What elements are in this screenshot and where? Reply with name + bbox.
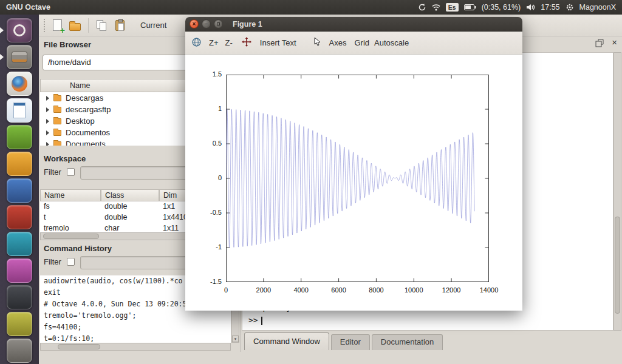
file-drawer-icon	[12, 52, 27, 62]
y-tick-label: -1	[196, 243, 222, 251]
expander-icon[interactable]	[46, 107, 49, 112]
launcher-icon-file-manager[interactable]	[7, 45, 32, 69]
current-directory-label: Current	[140, 21, 166, 30]
rotate-icon[interactable]	[191, 37, 202, 49]
document-icon	[13, 103, 26, 118]
folder-name: descargasftp	[66, 105, 111, 114]
launcher-icon-ubuntu-dash[interactable]	[7, 18, 32, 42]
column-header-name[interactable]: Name	[40, 189, 101, 201]
launcher-icon-libreoffice-writer[interactable]	[7, 98, 32, 123]
folder-icon	[53, 95, 61, 101]
figure-title: Figure 1	[233, 20, 262, 29]
paste-icon[interactable]	[115, 20, 125, 31]
firefox-logo-icon	[12, 76, 27, 92]
column-header-class[interactable]: Class	[101, 189, 159, 201]
y-tick-label: 0	[196, 174, 222, 181]
launcher-icon-app-dark[interactable]	[7, 285, 32, 309]
clock[interactable]: 17:55	[541, 3, 559, 12]
close-button[interactable]: ×	[190, 19, 199, 29]
folder-name: Documents	[66, 140, 106, 146]
sync-icon[interactable]	[418, 3, 426, 12]
history-entry[interactable]: fs=44100;	[40, 322, 231, 333]
y-tick-label: 0.5	[196, 140, 222, 147]
y-tick-label: 1	[196, 105, 222, 112]
y-tick-label: -0.5	[196, 209, 222, 216]
expander-icon[interactable]	[46, 96, 49, 101]
zoom-in-button[interactable]: Z+	[209, 38, 219, 47]
tab-command-window[interactable]: Command Window	[244, 332, 329, 350]
tab-editor[interactable]: Editor	[331, 334, 370, 350]
expander-icon[interactable]	[46, 130, 49, 135]
top-panel: GNU Octave Es (0:35, 61%) 17:55 MagnoonX	[0, 0, 622, 15]
launcher-icon-firefox[interactable]	[7, 72, 32, 96]
launcher-icon-app-blue[interactable]	[7, 178, 32, 203]
copy-icon[interactable]	[96, 19, 108, 32]
grid-button[interactable]: Grid	[354, 38, 369, 47]
path-value: /home/david	[48, 58, 91, 67]
launcher-icon-app-red[interactable]	[7, 205, 32, 229]
app-title: GNU Octave	[6, 3, 50, 12]
x-tick-label: 14000	[474, 286, 504, 294]
zoom-out-button[interactable]: Z-	[225, 38, 233, 47]
figure-titlebar[interactable]: × − Figure 1	[185, 17, 522, 32]
x-tick-label: 6000	[324, 286, 354, 294]
plot-canvas[interactable]: 02000400060008000100001200014000 1.510.5…	[185, 55, 522, 311]
pan-icon[interactable]	[242, 37, 251, 49]
volume-icon[interactable]	[526, 4, 535, 11]
prompt-line: >>	[248, 314, 296, 326]
minimize-button[interactable]: −	[202, 19, 211, 29]
waveform-line	[226, 109, 474, 248]
launcher-dock	[0, 15, 39, 364]
tab-documentation[interactable]: Documentation	[372, 334, 443, 350]
axis-tick-marks	[226, 75, 489, 282]
launcher-icon-libreoffice-impress[interactable]	[7, 152, 32, 176]
workspace-title: Workspace	[44, 154, 86, 163]
file-browser-title: File Browser	[44, 40, 91, 49]
launcher-icon-app-grey[interactable]	[7, 339, 32, 363]
x-tick-label: 8000	[361, 286, 391, 294]
x-tick-label: 4000	[286, 286, 316, 294]
pointer-icon[interactable]	[313, 37, 321, 49]
x-tick-label: 2000	[248, 286, 279, 294]
history-filter-checkbox[interactable]	[67, 258, 75, 266]
session-gear-icon[interactable]	[566, 3, 574, 12]
folder-name: Desktop	[66, 116, 95, 126]
undock-icon[interactable]	[595, 39, 604, 50]
battery-icon[interactable]	[464, 4, 476, 10]
open-file-icon[interactable]	[69, 23, 81, 31]
new-script-icon[interactable]	[53, 19, 62, 31]
command-window-v-scrollbar[interactable]	[613, 52, 621, 331]
workspace-filter-checkbox[interactable]	[67, 168, 75, 176]
history-entry[interactable]: t=0:1/fs:10;	[40, 333, 231, 343]
launcher-icon-libreoffice-calc[interactable]	[7, 125, 32, 149]
ubuntu-logo-icon	[13, 24, 26, 36]
text-cursor	[261, 317, 262, 325]
launcher-icon-app-olive[interactable]	[7, 312, 32, 336]
wifi-icon[interactable]	[432, 4, 440, 11]
folder-icon	[53, 141, 61, 146]
insert-text-button[interactable]: Insert Text	[260, 38, 296, 47]
expander-icon[interactable]	[46, 142, 49, 146]
toolbar-separator	[88, 18, 89, 33]
history-h-scrollbar[interactable]	[40, 343, 231, 351]
maximize-button[interactable]	[214, 19, 223, 29]
session-name[interactable]: MagnoonX	[579, 3, 616, 12]
name-column-label: Name	[70, 81, 90, 90]
toolbar-grip[interactable]	[44, 19, 46, 32]
autoscale-button[interactable]: Autoscale	[374, 38, 409, 47]
launcher-icon-app-magenta[interactable]	[7, 258, 32, 283]
battery-status[interactable]: (0:35, 61%)	[482, 3, 521, 12]
folder-icon	[53, 118, 61, 124]
y-tick-label: -1.5	[196, 278, 222, 285]
bottom-tab-bar: Command Window Editor Documentation	[244, 332, 443, 350]
axes-button[interactable]: Axes	[329, 38, 347, 47]
keyboard-layout-indicator[interactable]: Es	[446, 3, 459, 12]
close-dock-icon[interactable]: ×	[612, 37, 617, 47]
history-filter-label: Filter	[44, 257, 61, 266]
folder-icon	[53, 107, 61, 113]
history-entry[interactable]: tremolo='tremolo.ogg';	[40, 310, 231, 322]
axes-box[interactable]	[226, 75, 489, 282]
launcher-icon-app-teal[interactable]	[7, 232, 32, 256]
x-tick-label: 12000	[436, 286, 466, 294]
expander-icon[interactable]	[46, 119, 49, 124]
